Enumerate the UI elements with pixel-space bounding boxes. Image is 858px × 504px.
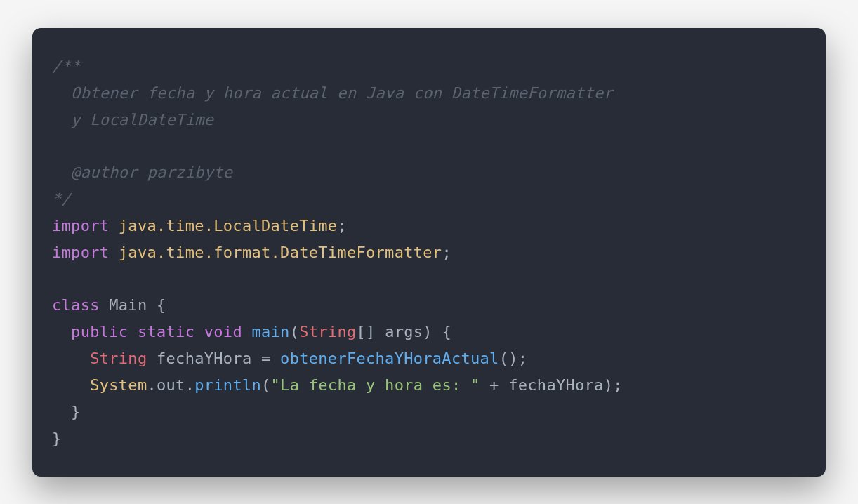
- comment-indent: [52, 84, 71, 102]
- semicolon: ;: [518, 350, 528, 367]
- comment-indent: [52, 164, 71, 181]
- string-type: String: [299, 323, 356, 340]
- paren-close: ): [604, 376, 614, 394]
- out-field: out: [157, 376, 185, 394]
- variable-name: fechaYHora: [147, 350, 261, 367]
- code-block: /** Obtener fecha y hora actual en Java …: [52, 53, 806, 451]
- public-keyword: public: [71, 323, 128, 340]
- empty-parens: (): [499, 350, 518, 367]
- class-keyword: class: [52, 296, 100, 314]
- comment-line-2: y LocalDateTime: [71, 111, 213, 128]
- brace-open: {: [157, 296, 166, 314]
- plus-operator: +: [480, 376, 509, 394]
- paren-open: (: [290, 323, 300, 340]
- brace-close: }: [52, 430, 62, 447]
- comment-close: */: [52, 190, 71, 208]
- brace-close: }: [71, 403, 81, 420]
- author-name: parzibyte: [138, 164, 232, 181]
- dot: .: [147, 376, 157, 394]
- indent: [52, 403, 71, 420]
- void-keyword: void: [194, 323, 242, 340]
- indent: [52, 376, 90, 394]
- comment-open: /**: [52, 58, 81, 75]
- indent: [52, 323, 71, 340]
- paren-open: (: [261, 376, 271, 394]
- import-keyword: import: [52, 217, 109, 234]
- static-keyword: static: [128, 323, 194, 340]
- author-doctag: @author: [71, 164, 138, 181]
- class-name: Main: [100, 296, 157, 314]
- brace-open: {: [433, 323, 451, 340]
- import-package-1: java.time.LocalDateTime: [109, 217, 337, 234]
- import-keyword: import: [52, 244, 109, 261]
- string-literal: "La fecha y hora es: ": [271, 376, 480, 394]
- main-method: main: [242, 323, 290, 340]
- indent: [52, 350, 90, 367]
- paren-close: ): [423, 323, 433, 340]
- println-method: println: [194, 376, 261, 394]
- brackets: []: [357, 323, 376, 340]
- semicolon: ;: [337, 217, 347, 234]
- equals-operator: =: [261, 350, 271, 367]
- code-snippet-card: /** Obtener fecha y hora actual en Java …: [32, 28, 826, 477]
- args-param: args: [376, 323, 423, 340]
- dot: .: [185, 376, 195, 394]
- semicolon: ;: [442, 244, 451, 261]
- import-package-2: java.time.format.DateTimeFormatter: [109, 244, 442, 261]
- string-type: String: [90, 350, 147, 367]
- function-call: obtenerFechaYHoraActual: [271, 350, 499, 367]
- comment-line-1: Obtener fecha y hora actual en Java con …: [71, 84, 613, 102]
- semicolon: ;: [613, 376, 623, 394]
- comment-indent: [52, 111, 71, 128]
- variable-ref: fechaYHora: [508, 376, 603, 394]
- system-class: System: [90, 376, 147, 394]
